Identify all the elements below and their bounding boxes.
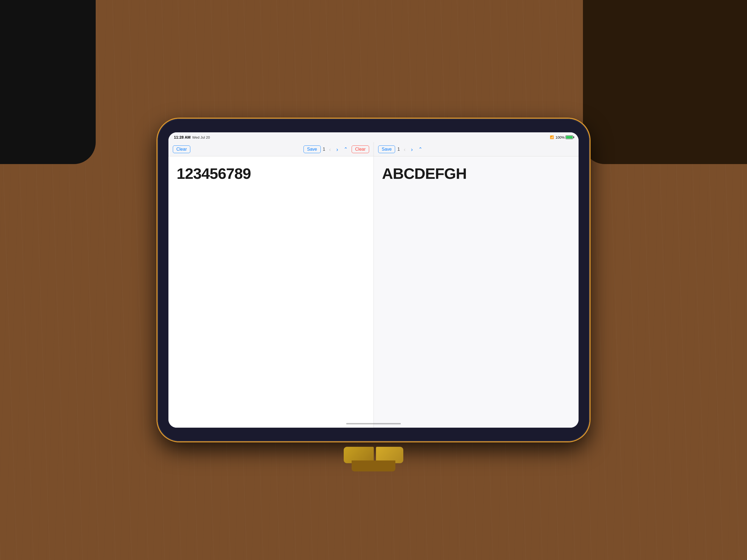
status-bar: 11:28 AM Wed Jul 20 📶 100%: [169, 132, 578, 142]
home-indicator[interactable]: [346, 423, 401, 424]
wifi-icon: 📶: [550, 135, 554, 139]
left-clear-button[interactable]: Clear: [173, 146, 190, 153]
right-next-button[interactable]: ›: [409, 146, 414, 153]
right-panel: ABCDEFGH: [374, 156, 578, 428]
battery-percent: 100%: [556, 135, 565, 139]
right-prev-button[interactable]: ‹: [402, 146, 407, 153]
left-panel: 123456789: [169, 156, 374, 428]
app-toolbar: Clear Save 1 ‹ › ⌃ Clear Save 1 ‹ ›: [169, 142, 578, 156]
battery-container: 100%: [556, 135, 573, 139]
left-collapse-button[interactable]: ⌃: [342, 145, 350, 153]
left-toolbar: Clear Save 1 ‹ › ⌃ Clear: [169, 142, 374, 156]
ipad-screen: 11:28 AM Wed Jul 20 📶 100% Clear: [169, 132, 578, 428]
right-content-text: ABCDEFGH: [382, 164, 570, 182]
status-time: 11:28 AM: [174, 135, 190, 139]
left-prev-button[interactable]: ‹: [327, 146, 333, 153]
right-page-number: 1: [397, 147, 400, 152]
left-save-button[interactable]: Save: [304, 146, 320, 153]
right-save-button[interactable]: Save: [378, 146, 395, 153]
status-date: Wed Jul 20: [192, 135, 210, 139]
left-next-button[interactable]: ›: [335, 146, 340, 153]
left-content-text: 123456789: [177, 164, 365, 182]
right-collapse-button[interactable]: ⌃: [417, 145, 424, 153]
ipad-device: 11:28 AM Wed Jul 20 📶 100% Clear: [157, 119, 590, 441]
stand-base: [352, 460, 395, 472]
left-clear-red-button[interactable]: Clear: [352, 146, 369, 153]
app-content: 123456789 ABCDEFGH: [169, 156, 578, 428]
right-toolbar: Save 1 ‹ › ⌃: [374, 142, 578, 156]
left-page-number: 1: [323, 147, 325, 152]
battery-icon: [565, 135, 573, 139]
